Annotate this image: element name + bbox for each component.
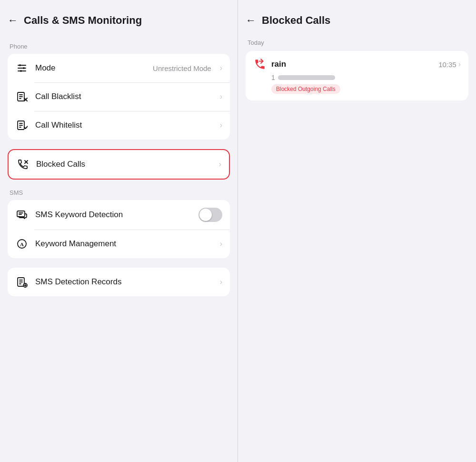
call-number-bar xyxy=(278,75,335,80)
right-panel: ← Blocked Calls Today rain 10:35 › xyxy=(238,0,476,462)
menu-item-mode[interactable]: Mode Unrestricted Mode › xyxy=(8,54,230,82)
svg-point-3 xyxy=(19,64,21,66)
today-label: Today xyxy=(246,39,468,46)
menu-item-keyword-management[interactable]: A Keyword Management › xyxy=(8,230,230,258)
keyword-management-chevron: › xyxy=(220,240,222,248)
keyword-icon: A xyxy=(15,237,29,251)
right-panel-title: Blocked Calls xyxy=(262,14,330,27)
sms-keyword-detection-label: SMS Keyword Detection xyxy=(35,210,192,220)
left-panel-title: Calls & SMS Monitoring xyxy=(24,14,142,27)
menu-item-sms-keyword-detection[interactable]: SMS Keyword Detection xyxy=(8,200,230,230)
sms-detection-records-label: SMS Detection Records xyxy=(35,277,213,287)
phone-section-label: Phone xyxy=(8,43,230,50)
mode-value: Unrestricted Mode xyxy=(153,64,211,72)
sms-keyword-icon xyxy=(15,208,29,221)
sms-detection-records-chevron: › xyxy=(220,278,222,286)
mode-chevron: › xyxy=(220,64,222,72)
call-whitelist-chevron: › xyxy=(220,121,222,130)
svg-rect-18 xyxy=(17,211,25,217)
menu-item-blocked-calls[interactable]: Blocked Calls › xyxy=(9,150,229,179)
call-block-icon xyxy=(15,90,29,103)
blocked-calls-label: Blocked Calls xyxy=(36,160,212,169)
right-back-button[interactable]: ← xyxy=(246,14,256,27)
call-tag-row: Blocked Outgoing Calls xyxy=(253,84,461,94)
left-back-button[interactable]: ← xyxy=(8,14,18,27)
call-blacklist-label: Call Blacklist xyxy=(35,92,213,101)
call-card[interactable]: rain 10:35 › 1 Blocked Outgoing Calls xyxy=(246,51,468,100)
sms-menu-card: SMS Keyword Detection A Keyword Manageme… xyxy=(8,200,230,258)
mode-label: Mode xyxy=(35,63,146,73)
left-panel: ← Calls & SMS Monitoring Phone Mode Unre… xyxy=(0,0,238,462)
keyword-management-label: Keyword Management xyxy=(35,239,213,249)
menu-item-sms-detection-records[interactable]: SMS Detection Records › xyxy=(8,268,230,296)
sms-section-label: SMS xyxy=(8,189,230,196)
menu-item-call-blacklist[interactable]: Call Blacklist › xyxy=(8,82,230,111)
call-name-group: rain xyxy=(253,58,286,71)
call-card-header-row: rain 10:35 › xyxy=(253,58,461,71)
call-number-row: 1 xyxy=(253,74,461,81)
svg-text:A: A xyxy=(20,241,24,247)
call-whitelist-label: Call Whitelist xyxy=(35,121,213,130)
outgoing-call-icon xyxy=(253,58,267,71)
call-time-group: 10:35 › xyxy=(438,60,461,69)
call-time: 10:35 xyxy=(438,60,456,69)
sms-records-icon xyxy=(15,275,29,289)
blocked-calls-icon xyxy=(16,158,30,171)
sms-detection-records-card: SMS Detection Records › xyxy=(8,268,230,296)
left-panel-header: ← Calls & SMS Monitoring xyxy=(8,10,230,31)
call-contact-name: rain xyxy=(271,60,286,69)
right-panel-header: ← Blocked Calls xyxy=(246,10,468,31)
sliders-icon xyxy=(15,61,29,75)
blocked-calls-wrapper[interactable]: Blocked Calls › xyxy=(8,149,230,180)
call-tag: Blocked Outgoing Calls xyxy=(271,84,340,94)
call-allow-icon xyxy=(15,119,29,132)
call-blacklist-chevron: › xyxy=(220,92,222,101)
phone-menu-card: Mode Unrestricted Mode › Call Blacklist … xyxy=(8,54,230,140)
call-number-prefix: 1 xyxy=(271,74,275,81)
svg-point-4 xyxy=(23,67,25,69)
sms-keyword-toggle[interactable] xyxy=(198,208,222,222)
menu-item-call-whitelist[interactable]: Call Whitelist › xyxy=(8,111,230,140)
svg-point-5 xyxy=(20,70,22,72)
blocked-calls-chevron: › xyxy=(219,160,221,169)
call-detail-chevron[interactable]: › xyxy=(458,60,461,69)
